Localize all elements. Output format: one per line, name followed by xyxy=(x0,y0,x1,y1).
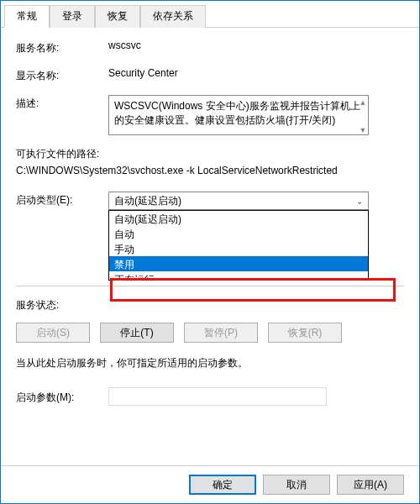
exe-path-value: C:\WINDOWS\System32\svchost.exe -k Local… xyxy=(16,165,404,176)
tab-general[interactable]: 常规 xyxy=(4,5,50,28)
startup-type-select[interactable]: 自动(延迟启动) ⌄ 自动(延迟启动) 自动 手动 禁用 正在运行 xyxy=(108,192,369,210)
service-control-buttons: 启动(S) 停止(T) 暂停(P) 恢复(R) xyxy=(16,323,404,343)
option-auto[interactable]: 自动 xyxy=(109,226,368,241)
option-disabled[interactable]: 禁用 xyxy=(109,256,368,271)
scroll-down-icon[interactable]: ▼ xyxy=(359,125,367,135)
description-label: 描述: xyxy=(16,95,108,111)
tab-recovery[interactable]: 恢复 xyxy=(95,5,140,28)
startup-hint: 当从此处启动服务时，你可指定所适用的启动参数。 xyxy=(16,356,404,370)
startup-type-selected: 自动(延迟启动) xyxy=(114,194,181,208)
exe-path-label: 可执行文件的路径: xyxy=(16,147,404,161)
dialog-footer: 确定 取消 应用(A) xyxy=(1,465,419,503)
tab-bar: 常规 登录 恢复 依存关系 xyxy=(1,1,419,28)
display-name-label: 显示名称: xyxy=(16,67,108,83)
service-name-label: 服务名称: xyxy=(16,39,108,55)
description-box: WSCSVC(Windows 安全中心)服务监视并报告计算机上的安全健康设置。健… xyxy=(108,95,369,135)
option-auto-delayed[interactable]: 自动(延迟启动) xyxy=(109,211,368,226)
startup-type-display[interactable]: 自动(延迟启动) ⌄ xyxy=(108,192,369,210)
service-name-value: wscsvc xyxy=(108,39,404,51)
description-text: WSCSVC(Windows 安全中心)服务监视并报告计算机上的安全健康设置。健… xyxy=(114,100,360,126)
start-params-input xyxy=(108,387,327,406)
stop-button[interactable]: 停止(T) xyxy=(100,323,174,343)
option-truncated[interactable]: 正在运行 xyxy=(109,271,368,280)
tab-dependencies[interactable]: 依存关系 xyxy=(140,5,206,28)
ok-button[interactable]: 确定 xyxy=(189,475,256,495)
display-name-value: Security Center xyxy=(108,67,404,79)
tab-logon[interactable]: 登录 xyxy=(50,5,95,28)
start-params-label: 启动参数(M): xyxy=(16,389,108,405)
pause-button: 暂停(P) xyxy=(184,323,258,343)
scroll-up-icon[interactable]: ▲ xyxy=(359,97,367,108)
service-status-label: 服务状态: xyxy=(16,297,108,312)
option-manual[interactable]: 手动 xyxy=(109,241,368,256)
startup-type-label: 启动类型(E): xyxy=(16,192,108,207)
apply-button[interactable]: 应用(A) xyxy=(337,475,404,495)
tab-content: 服务名称: wscsvc 显示名称: Security Center 描述: W… xyxy=(1,28,419,414)
start-button: 启动(S) xyxy=(16,323,90,343)
divider xyxy=(16,286,404,286)
cancel-button[interactable]: 取消 xyxy=(263,475,330,495)
description-scrollbar[interactable]: ▲ ▼ xyxy=(359,97,367,135)
chevron-down-icon: ⌄ xyxy=(356,197,363,206)
startup-type-dropdown: 自动(延迟启动) 自动 手动 禁用 正在运行 xyxy=(108,210,369,281)
resume-button: 恢复(R) xyxy=(268,323,342,343)
